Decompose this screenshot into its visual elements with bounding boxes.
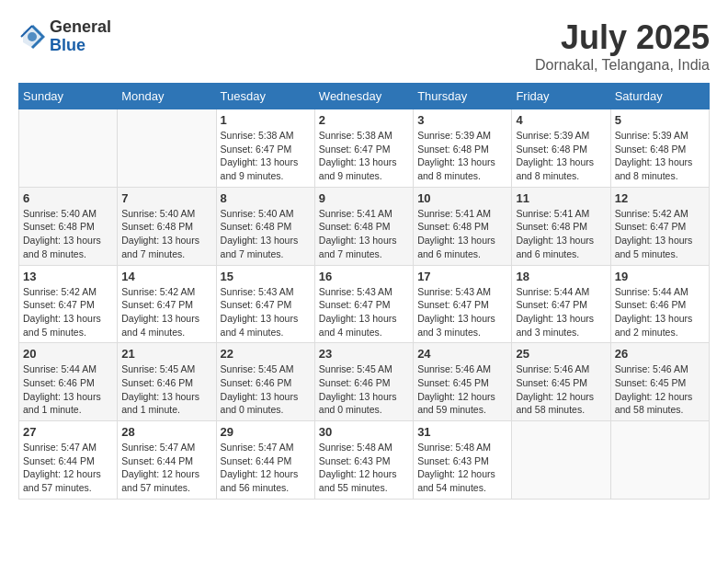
calendar-cell: 28Sunrise: 5:47 AM Sunset: 6:44 PM Dayli… bbox=[118, 421, 216, 500]
day-detail: Sunrise: 5:46 AM Sunset: 6:45 PM Dayligh… bbox=[516, 362, 606, 417]
day-number: 2 bbox=[319, 113, 409, 127]
day-number: 8 bbox=[221, 191, 311, 205]
calendar-cell: 14Sunrise: 5:42 AM Sunset: 6:47 PM Dayli… bbox=[118, 265, 216, 343]
day-number: 3 bbox=[417, 113, 507, 127]
calendar-table: SundayMondayTuesdayWednesdayThursdayFrid… bbox=[18, 83, 710, 500]
day-detail: Sunrise: 5:44 AM Sunset: 6:47 PM Dayligh… bbox=[516, 285, 606, 339]
day-number: 17 bbox=[417, 270, 507, 283]
day-detail: Sunrise: 5:48 AM Sunset: 6:43 PM Dayligh… bbox=[417, 441, 507, 495]
calendar-cell: 6Sunrise: 5:40 AM Sunset: 6:48 PM Daylig… bbox=[19, 187, 118, 265]
calendar-cell: 5Sunrise: 5:39 AM Sunset: 6:48 PM Daylig… bbox=[610, 109, 709, 188]
title-block: July 2025 Dornakal, Telangana, India bbox=[535, 18, 710, 74]
day-detail: Sunrise: 5:41 AM Sunset: 6:48 PM Dayligh… bbox=[319, 207, 409, 261]
day-detail: Sunrise: 5:43 AM Sunset: 6:47 PM Dayligh… bbox=[417, 285, 507, 339]
day-number: 5 bbox=[615, 113, 705, 127]
logo-blue: Blue bbox=[50, 37, 111, 55]
day-number: 24 bbox=[417, 347, 507, 361]
weekday-header: Monday bbox=[118, 84, 216, 109]
day-detail: Sunrise: 5:47 AM Sunset: 6:44 PM Dayligh… bbox=[121, 441, 211, 495]
calendar-cell: 1Sunrise: 5:38 AM Sunset: 6:47 PM Daylig… bbox=[216, 109, 314, 188]
day-number: 28 bbox=[121, 425, 211, 439]
calendar-cell: 4Sunrise: 5:39 AM Sunset: 6:48 PM Daylig… bbox=[512, 109, 610, 188]
day-detail: Sunrise: 5:40 AM Sunset: 6:48 PM Dayligh… bbox=[121, 207, 211, 261]
day-number: 4 bbox=[516, 113, 606, 127]
day-detail: Sunrise: 5:43 AM Sunset: 6:47 PM Dayligh… bbox=[221, 285, 311, 339]
day-detail: Sunrise: 5:38 AM Sunset: 6:47 PM Dayligh… bbox=[319, 129, 409, 183]
day-number: 31 bbox=[417, 425, 507, 439]
day-detail: Sunrise: 5:47 AM Sunset: 6:44 PM Dayligh… bbox=[221, 441, 311, 495]
calendar-cell: 8Sunrise: 5:40 AM Sunset: 6:48 PM Daylig… bbox=[216, 187, 314, 265]
calendar-cell: 7Sunrise: 5:40 AM Sunset: 6:48 PM Daylig… bbox=[118, 187, 216, 265]
day-number: 21 bbox=[121, 347, 211, 361]
month-year: July 2025 bbox=[535, 18, 710, 57]
calendar-cell: 16Sunrise: 5:43 AM Sunset: 6:47 PM Dayli… bbox=[314, 265, 413, 343]
calendar-cell: 31Sunrise: 5:48 AM Sunset: 6:43 PM Dayli… bbox=[414, 421, 512, 500]
calendar-cell: 9Sunrise: 5:41 AM Sunset: 6:48 PM Daylig… bbox=[314, 187, 413, 265]
calendar-cell: 11Sunrise: 5:41 AM Sunset: 6:48 PM Dayli… bbox=[512, 187, 610, 265]
calendar-week-row: 6Sunrise: 5:40 AM Sunset: 6:48 PM Daylig… bbox=[19, 187, 710, 265]
day-number: 6 bbox=[23, 191, 113, 205]
day-detail: Sunrise: 5:44 AM Sunset: 6:46 PM Dayligh… bbox=[23, 362, 113, 417]
day-detail: Sunrise: 5:39 AM Sunset: 6:48 PM Dayligh… bbox=[417, 129, 507, 183]
day-number: 13 bbox=[23, 270, 113, 283]
day-detail: Sunrise: 5:40 AM Sunset: 6:48 PM Dayligh… bbox=[221, 207, 311, 261]
day-number: 19 bbox=[615, 270, 705, 283]
weekday-header: Saturday bbox=[610, 84, 709, 109]
location: Dornakal, Telangana, India bbox=[535, 57, 710, 74]
weekday-header: Friday bbox=[512, 84, 610, 109]
page-header: General Blue July 2025 Dornakal, Telanga… bbox=[18, 18, 710, 74]
day-number: 27 bbox=[23, 425, 113, 439]
calendar-cell: 25Sunrise: 5:46 AM Sunset: 6:45 PM Dayli… bbox=[512, 343, 610, 421]
weekday-header-row: SundayMondayTuesdayWednesdayThursdayFrid… bbox=[19, 84, 710, 109]
calendar-cell: 30Sunrise: 5:48 AM Sunset: 6:43 PM Dayli… bbox=[314, 421, 413, 500]
day-detail: Sunrise: 5:42 AM Sunset: 6:47 PM Dayligh… bbox=[615, 207, 705, 261]
day-detail: Sunrise: 5:40 AM Sunset: 6:48 PM Dayligh… bbox=[23, 207, 113, 261]
calendar-cell: 12Sunrise: 5:42 AM Sunset: 6:47 PM Dayli… bbox=[610, 187, 709, 265]
day-detail: Sunrise: 5:46 AM Sunset: 6:45 PM Dayligh… bbox=[615, 362, 705, 417]
weekday-header: Wednesday bbox=[314, 84, 413, 109]
weekday-header: Tuesday bbox=[216, 84, 314, 109]
calendar-week-row: 27Sunrise: 5:47 AM Sunset: 6:44 PM Dayli… bbox=[19, 421, 710, 500]
day-number: 10 bbox=[417, 191, 507, 205]
calendar-cell: 18Sunrise: 5:44 AM Sunset: 6:47 PM Dayli… bbox=[512, 265, 610, 343]
calendar-cell: 19Sunrise: 5:44 AM Sunset: 6:46 PM Dayli… bbox=[610, 265, 709, 343]
calendar-cell: 23Sunrise: 5:45 AM Sunset: 6:46 PM Dayli… bbox=[314, 343, 413, 421]
calendar-cell bbox=[19, 109, 118, 188]
weekday-header: Thursday bbox=[414, 84, 512, 109]
day-detail: Sunrise: 5:45 AM Sunset: 6:46 PM Dayligh… bbox=[319, 362, 409, 417]
logo-text: General Blue bbox=[50, 18, 111, 55]
day-number: 15 bbox=[221, 270, 311, 283]
calendar-cell bbox=[512, 421, 610, 500]
day-detail: Sunrise: 5:42 AM Sunset: 6:47 PM Dayligh… bbox=[23, 285, 113, 339]
day-detail: Sunrise: 5:45 AM Sunset: 6:46 PM Dayligh… bbox=[121, 362, 211, 417]
calendar-cell: 21Sunrise: 5:45 AM Sunset: 6:46 PM Dayli… bbox=[118, 343, 216, 421]
day-number: 26 bbox=[615, 347, 705, 361]
day-number: 30 bbox=[319, 425, 409, 439]
day-detail: Sunrise: 5:41 AM Sunset: 6:48 PM Dayligh… bbox=[417, 207, 507, 261]
day-detail: Sunrise: 5:41 AM Sunset: 6:48 PM Dayligh… bbox=[516, 207, 606, 261]
calendar-week-row: 20Sunrise: 5:44 AM Sunset: 6:46 PM Dayli… bbox=[19, 343, 710, 421]
calendar-cell: 10Sunrise: 5:41 AM Sunset: 6:48 PM Dayli… bbox=[414, 187, 512, 265]
calendar-week-row: 1Sunrise: 5:38 AM Sunset: 6:47 PM Daylig… bbox=[19, 109, 710, 188]
calendar-cell: 20Sunrise: 5:44 AM Sunset: 6:46 PM Dayli… bbox=[19, 343, 118, 421]
day-number: 7 bbox=[121, 191, 211, 205]
day-number: 1 bbox=[221, 113, 311, 127]
day-detail: Sunrise: 5:44 AM Sunset: 6:46 PM Dayligh… bbox=[615, 285, 705, 339]
calendar-cell bbox=[118, 109, 216, 188]
day-detail: Sunrise: 5:39 AM Sunset: 6:48 PM Dayligh… bbox=[516, 129, 606, 183]
day-number: 9 bbox=[319, 191, 409, 205]
calendar-cell: 13Sunrise: 5:42 AM Sunset: 6:47 PM Dayli… bbox=[19, 265, 118, 343]
logo-general: General bbox=[50, 18, 111, 37]
day-number: 20 bbox=[23, 347, 113, 361]
day-detail: Sunrise: 5:43 AM Sunset: 6:47 PM Dayligh… bbox=[319, 285, 409, 339]
svg-point-0 bbox=[28, 32, 37, 41]
day-number: 22 bbox=[221, 347, 311, 361]
day-number: 14 bbox=[121, 270, 211, 283]
calendar-cell: 24Sunrise: 5:46 AM Sunset: 6:45 PM Dayli… bbox=[414, 343, 512, 421]
day-number: 18 bbox=[516, 270, 606, 283]
calendar-cell: 22Sunrise: 5:45 AM Sunset: 6:46 PM Dayli… bbox=[216, 343, 314, 421]
day-number: 25 bbox=[516, 347, 606, 361]
day-detail: Sunrise: 5:48 AM Sunset: 6:43 PM Dayligh… bbox=[319, 441, 409, 495]
calendar-cell: 26Sunrise: 5:46 AM Sunset: 6:45 PM Dayli… bbox=[610, 343, 709, 421]
day-number: 12 bbox=[615, 191, 705, 205]
